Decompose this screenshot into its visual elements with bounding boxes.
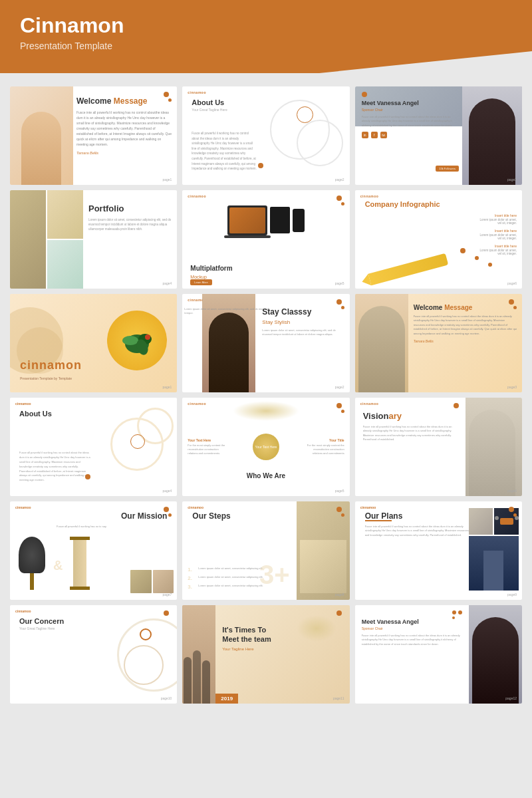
deco-circle-medium [297, 120, 343, 166]
slide-multiplatform[interactable]: cinnamoo Multiplatform Mockup Learn More… [182, 190, 349, 289]
slide-who-we-are[interactable]: cinnamoo Your Text Here Who We Are Your … [182, 398, 349, 496]
slide11-left-label: Your Text Here [188, 438, 227, 442]
slide6-logo: cinnamoo [360, 194, 379, 198]
slide8-dot [336, 299, 342, 305]
slide15-logo: cinnamoo [360, 505, 376, 509]
slide-about-us-2[interactable]: cinnamoo About Us Fusce all powerful il … [10, 398, 177, 496]
branch-glow [233, 401, 299, 421]
instagram-icon[interactable]: in [362, 132, 368, 138]
twitter-icon[interactable]: tw [380, 132, 387, 138]
furniture-photo [300, 540, 346, 593]
slide11-dot [336, 403, 342, 408]
drone-body [500, 518, 513, 525]
row-2: Portfolio Lorem ipsum dolor sit amet, co… [10, 190, 522, 289]
slide12-photo [466, 398, 522, 496]
mission-photo2 [153, 570, 174, 593]
slide3-dot [362, 92, 367, 97]
person4-silhouette [358, 306, 405, 392]
slide11-dot-sm [341, 410, 344, 413]
slide10-page: page4 [162, 489, 172, 493]
linkedin-icon[interactable]: f [371, 132, 378, 138]
slide3-title: Meet Vanessa Angel [362, 100, 456, 106]
slide17-year: 2019 [215, 694, 238, 704]
slide-our-concern[interactable]: cinnamoo Our Concern Your Great Tagline … [10, 605, 177, 704]
slide1-author: Tamara Bellis [76, 151, 172, 155]
slide-cinnamon-brand[interactable]: cinnamon Presentation Template by Templa… [10, 294, 177, 392]
step3-num: 3. [188, 584, 196, 590]
slide17-photo [182, 605, 215, 704]
row-1: Welcome Message Fusce inte all powerful … [10, 86, 522, 185]
person3-silhouette [209, 313, 249, 392]
ampersand-symbol: & [53, 558, 63, 573]
svg-point-3 [122, 336, 138, 345]
pencil-dot3 [488, 263, 492, 267]
slide15-dot [509, 507, 514, 512]
slide8-dot-sm [341, 306, 344, 309]
slide-meet-vanessa-2[interactable]: Meet Vanessa Angel Sponsor Chair Fusce i… [355, 605, 522, 704]
slide1-page: page1 [162, 178, 172, 182]
row-4: cinnamoo About Us Fusce all powerful il … [10, 398, 522, 496]
slide-our-mission[interactable]: cinnamoo Our Mission & Fusce all powerfu… [10, 501, 177, 600]
laptop-screen [229, 207, 265, 233]
slide-stay-classy[interactable]: cinnamoo Lorem ipsum dolor sit amet, con… [182, 294, 349, 392]
slide3-followers: 13k Followers [436, 166, 459, 172]
slide-our-plans[interactable]: cinnamoo Our Plans Fusce inte all powerf… [355, 501, 522, 600]
slide-company-infographic[interactable]: cinnamoo Company Infographic Insert titl… [355, 190, 522, 289]
slide11-left-text: For the most simply content the reconsti… [188, 444, 227, 456]
slide-portfolio[interactable]: Portfolio Lorem ipsum dolor sit amet, co… [10, 190, 177, 289]
step1-num: 1. [188, 567, 196, 573]
mission-photo1 [130, 570, 152, 593]
plans-photo2 [494, 508, 519, 535]
building-silhouette [483, 551, 503, 591]
slide13-text: Fusce all powerful il working has no to … [57, 525, 124, 529]
slide16-dot [164, 610, 169, 616]
slide-meet-vanessa[interactable]: Meet Vanessa Angel Sponsor Chair Fusce i… [355, 86, 522, 185]
slide-visionary[interactable]: cinnamoo Visionary Fusce inte all powerf… [355, 398, 522, 496]
person-s1 [184, 657, 192, 704]
slide5-btn[interactable]: Learn More [190, 279, 211, 285]
slide11-page: page5 [335, 489, 344, 493]
slide-welcome-message-2[interactable]: Welcome Message Fusce inte all powerful … [355, 294, 522, 392]
row-6: cinnamoo Our Concern Your Great Tagline … [10, 605, 522, 704]
slide6-labels: Insert title here Lorem ipsum dolor sit … [479, 213, 517, 255]
slide3-role: Sponsor Chair [362, 108, 456, 112]
slide12-title: Visionary [363, 411, 459, 421]
header: Cinnamon Presentation Template [0, 0, 532, 73]
slide14-logo: cinnamoo [188, 505, 203, 509]
slide8-text: Lorem ipsum dolor sit amet, consectetur … [262, 329, 342, 337]
step2-text: Lorem ipsum dolor sit amet, consectetur … [198, 575, 263, 579]
slide3-photo [462, 86, 522, 185]
row-3: cinnamon Presentation Template by Templa… [10, 294, 522, 392]
slide7-page: page1 [162, 385, 172, 389]
slide-about-us[interactable]: cinnamoo About Us Your Great Tagline Her… [182, 86, 349, 185]
person-s3 [202, 660, 210, 704]
person-s2 [193, 650, 201, 704]
slide4-photos [10, 190, 83, 289]
slide17-page: page11 [333, 696, 344, 700]
step1-text: Lorem ipsum dolor sit amet, consectetur … [198, 567, 263, 571]
deco-dot2 [258, 163, 263, 168]
slide1-text: Fusce inte all powerful il working has n… [76, 110, 172, 147]
slide8-title: Stay Classsy [262, 307, 342, 317]
slide7-brand: cinnamon [20, 358, 82, 372]
slide11-logo: cinnamoo [188, 402, 206, 406]
slide-our-steps[interactable]: cinnamoo Our Steps 1. Lorem ipsum dolor … [182, 501, 349, 600]
slide9-photo [355, 294, 408, 392]
slide-welcome-message[interactable]: Welcome Message Fusce inte all powerful … [10, 86, 177, 185]
slide2-page: page2 [335, 178, 344, 182]
mockup-laptop [227, 205, 267, 235]
slide2-subtitle: Your Great Tagline Here [192, 108, 227, 112]
slide-meet-team[interactable]: It's Times ToMeet the team Your Tagline … [182, 605, 349, 704]
slide9-page: page3 [507, 385, 517, 389]
team-silhouettes [184, 637, 214, 704]
step3-text: Lorem ipsum dolor sit amet, consectetur … [198, 584, 263, 588]
slide3-text: Fusce inte all powerful il working has n… [362, 115, 456, 128]
slide1-photo [10, 86, 73, 185]
slide13-photos [130, 570, 174, 593]
slide13-title: Our Mission [121, 511, 167, 521]
bird-circle [107, 311, 167, 370]
slide16-subtitle: Your Great Tagline Here [19, 626, 55, 630]
slide4-photo1 [10, 190, 46, 289]
pencil-dot2 [475, 256, 479, 260]
slide17-subtitle: Your Tagline Here [222, 647, 342, 651]
